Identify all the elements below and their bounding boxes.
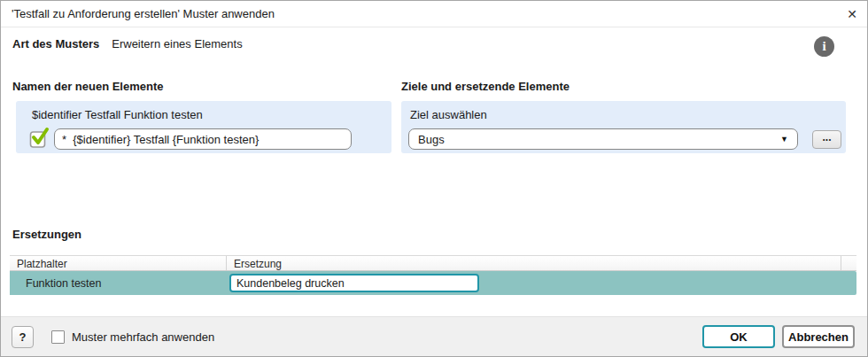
column-header-placeholder[interactable]: Platzhalter (10, 256, 227, 270)
replacement-input[interactable] (229, 274, 479, 292)
pattern-type-row: Art des MustersErweitern eines Elements (12, 37, 243, 50)
pattern-type-label: Art des Musters (12, 37, 99, 50)
targets-section-heading: Ziele und ersetzende Elemente (401, 80, 570, 93)
column-header-spacer (841, 256, 856, 270)
column-header-replacement[interactable]: Ersetzung (227, 256, 841, 270)
help-button[interactable]: ? (12, 326, 34, 348)
name-preview-text: $identifier Testfall Funktion testen (32, 108, 203, 121)
close-icon[interactable]: ✕ (837, 1, 867, 27)
browse-targets-button[interactable]: ... (812, 130, 841, 149)
info-icon[interactable]: i (814, 36, 834, 57)
ok-button[interactable]: OK (702, 325, 775, 348)
name-template-input[interactable] (54, 128, 352, 150)
target-select-label: Ziel auswählen (410, 108, 487, 121)
chevron-down-icon: ▼ (780, 135, 788, 144)
table-header-row: Platzhalter Ersetzung (10, 255, 856, 271)
placeholder-cell: Funktion testen (10, 277, 227, 290)
cancel-button[interactable]: Abbrechen (782, 325, 855, 348)
names-section-heading: Namen der neuen Elemente (12, 80, 164, 93)
apply-multiple-label: Muster mehrfach anwenden (72, 330, 214, 344)
titlebar: 'Testfall zu Anforderung erstellen' Must… (1, 1, 867, 27)
table-row[interactable]: Funktion testen (10, 271, 856, 295)
replacements-table: Platzhalter Ersetzung Funktion testen (10, 255, 856, 295)
apply-multiple-checkbox[interactable] (51, 330, 65, 344)
checked-checkbox-icon (29, 126, 50, 152)
target-select[interactable]: Bugs ▼ (408, 128, 798, 150)
target-select-value: Bugs (418, 133, 445, 146)
footer-bar: ? Muster mehrfach anwenden OK Abbrechen (1, 316, 867, 356)
dialog-title: 'Testfall zu Anforderung erstellen' Must… (1, 7, 275, 20)
replacements-heading: Ersetzungen (12, 228, 81, 241)
pattern-type-value: Erweitern eines Elements (112, 37, 242, 50)
dialog-window: 'Testfall zu Anforderung erstellen' Must… (0, 0, 868, 357)
